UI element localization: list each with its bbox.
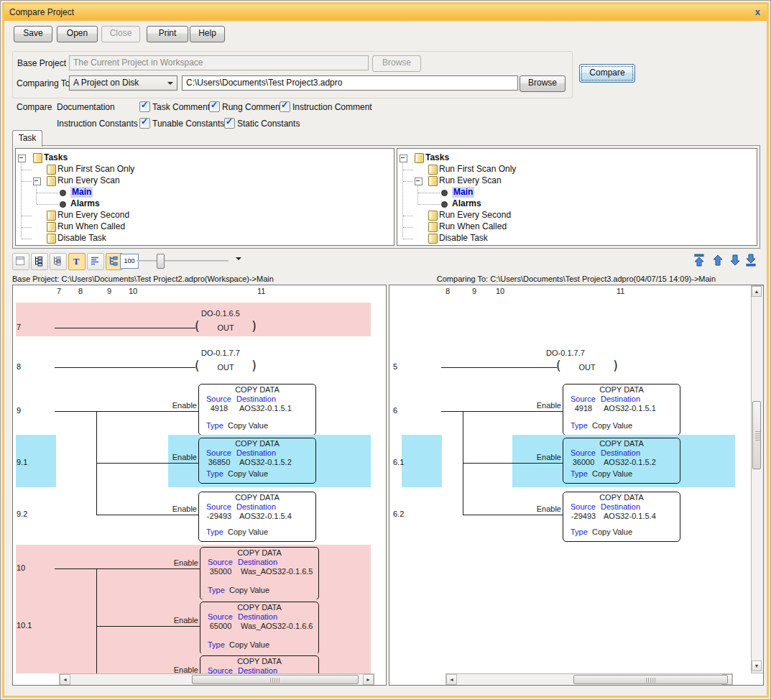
tree-item-run-every-second[interactable]: Run Every Second [16,210,394,221]
minus-glyph [401,157,405,158]
instruction-comment-checkbox[interactable]: ✓ [280,101,290,112]
ruler-number: 10 [496,287,504,295]
static-constants-checkbox[interactable]: ✓ [224,118,235,129]
type-value: Copy Value [592,469,632,478]
tree-connector [403,181,413,182]
show-text-button[interactable]: T [68,253,86,270]
scroll-left-icon[interactable]: ◄ [60,674,70,685]
tree-item-run-every-second[interactable]: Run Every Second [397,210,757,221]
task-tree-container: TasksRun First Scan OnlyRun Every ScanMa… [12,145,760,249]
rung-row-partial[interactable]: EnableCOPY DATASourceDestination [13,653,386,673]
static-constants-label: Static Constants [237,119,300,129]
first-difference-button[interactable] [692,253,706,269]
rung-row-6[interactable]: 6EnableCOPY DATASourceDestination4918AOS… [389,382,763,435]
previous-difference-button[interactable] [711,253,725,269]
expander-minus-icon[interactable] [18,155,26,162]
vertical-scrollbar[interactable]: ▲▼ [751,285,764,673]
scrollbar-thumb[interactable] [192,675,359,684]
rung-row-10[interactable]: 10EnableCOPY DATASourceDestination35000W… [13,545,386,599]
tree-item-alarms[interactable]: Alarms [397,198,757,210]
tree-item-disable-task[interactable]: Disable Task [16,233,394,244]
help-button[interactable]: Help [190,26,225,42]
rung-row-10.1[interactable]: 10.1EnableCOPY DATASourceDestination6500… [13,599,386,653]
tree-label: Run When Called [439,221,507,232]
expander-minus-icon[interactable] [33,178,41,185]
scroll-up-icon[interactable]: ▲ [752,286,762,297]
folder-icon [47,222,56,232]
slider-dropdown-icon[interactable] [236,257,241,260]
coil-label: OUT [217,363,234,372]
left-panel-content[interactable]: 78910117DO-0.1.6.5(OUT)8DO-0.1.7.7(OUT)9… [12,285,387,686]
copy-data-box: COPY DATASourceDestination [200,655,319,673]
open-button[interactable]: Open [57,26,98,42]
tree-root-tasks[interactable]: Tasks [16,152,394,164]
comparing-task-tree[interactable]: TasksRun First Scan OnlyRun Every ScanMa… [397,148,757,246]
title-bar[interactable]: Compare Project x [4,4,767,21]
scroll-down-icon[interactable]: ▼ [752,660,762,671]
rung-row-9.2[interactable]: 9.2EnableCOPY DATASourceDestination-2949… [13,487,386,542]
comparing-to-dropdown[interactable]: A Project on Disk [69,75,177,91]
tunable-constants-checkbox[interactable]: ✓ [139,118,150,129]
task-comment-checkbox[interactable]: ✓ [139,101,150,112]
print-button[interactable]: Print [147,26,188,42]
scrollbar-thumb[interactable] [752,401,761,469]
zoom-slider-track[interactable] [137,260,228,262]
next-difference-button[interactable] [728,253,742,269]
show-differences-button[interactable] [31,253,48,270]
horizontal-scrollbar[interactable]: ◄► [59,673,374,686]
rung-row-9[interactable]: 9EnableCOPY DATASourceDestination4918AOS… [13,382,386,435]
rung-number: 9 [17,406,21,415]
last-difference-icon [744,253,758,267]
horizontal-scrollbar[interactable]: ◄► [445,673,733,686]
rung-row-8[interactable]: 8DO-0.1.7.7(OUT) [13,341,386,374]
rung-row-6.1[interactable]: 6.1EnableCOPY DATASourceDestination36000… [389,435,763,487]
show-changed-rungs-button[interactable] [50,253,67,270]
base-task-tree[interactable]: TasksRun First Scan OnlyRun Every ScanMa… [15,148,394,246]
rung-comment-checkbox[interactable]: ✓ [209,101,220,112]
zoom-slider-handle[interactable] [157,254,165,269]
copy-data-box: COPY DATASourceDestination4918AOS32-0.1.… [198,384,316,435]
expander-minus-icon[interactable] [400,155,407,162]
expander-minus-icon[interactable] [415,178,423,185]
show-comments-button[interactable] [87,253,104,270]
scroll-right-icon[interactable]: ► [363,674,374,685]
comparing-browse-button[interactable]: Browse [520,75,565,92]
enable-label: Enable [151,505,197,513]
tree-connector [22,181,32,182]
tree-item-run-first-scan-only[interactable]: Run First Scan Only [16,164,394,175]
destination-label: Destination [601,395,640,403]
zoom-level-field[interactable]: 100 [120,254,139,269]
tree-item-main[interactable]: Main [397,187,757,198]
tree-item-run-when-called[interactable]: Run When Called [397,221,757,233]
tree-view-icon [108,255,119,267]
page-view-button[interactable] [12,253,29,270]
branch-wire [96,487,97,515]
destination-value: Was_AOS32-0.1.6.6 [241,622,313,630]
rung-row-9.1[interactable]: 9.1EnableCOPY DATASourceDestination36850… [13,435,386,487]
rung-row-5[interactable]: 5DO-0.1.7.7(OUT) [389,341,763,374]
scrollbar-thumb[interactable] [573,675,728,684]
rung-row-6.2[interactable]: 6.2EnableCOPY DATASourceDestination-2949… [389,487,763,542]
comparing-to-path-field[interactable]: C:\Users\Documents\Test Project3.adpro [182,75,518,91]
rung-row-7[interactable]: 7DO-0.1.6.5(OUT) [13,303,386,336]
tree-item-run-every-scan[interactable]: Run Every Scan [397,175,757,187]
tree-root-tasks[interactable]: Tasks [397,152,757,164]
right-panel-content[interactable]: 8910115DO-0.1.7.7(OUT)6EnableCOPY DATASo… [389,285,764,686]
source-label: Source [208,612,233,621]
tree-item-main[interactable]: Main [16,187,394,198]
tree-item-disable-task[interactable]: Disable Task [397,233,757,244]
partial-tree-icon [52,255,63,267]
last-difference-button[interactable] [744,253,758,269]
tree-item-run-first-scan-only[interactable]: Run First Scan Only [397,164,757,175]
copy-data-box: COPY DATASourceDestination35000Was_AOS32… [200,547,319,599]
scroll-left-icon[interactable]: ◄ [446,674,457,685]
save-button[interactable]: Save [14,26,52,42]
tree-item-alarms[interactable]: Alarms [16,198,394,210]
compare-button[interactable]: Compare [579,64,635,83]
documentation-group-label: Documentation [57,102,115,112]
tab-task[interactable]: Task [12,130,42,147]
close-icon[interactable]: x [755,6,760,17]
tree-item-run-when-called[interactable]: Run When Called [16,221,394,233]
tree-item-run-every-scan[interactable]: Run Every Scan [16,175,394,187]
rung-number: 8 [17,362,21,371]
